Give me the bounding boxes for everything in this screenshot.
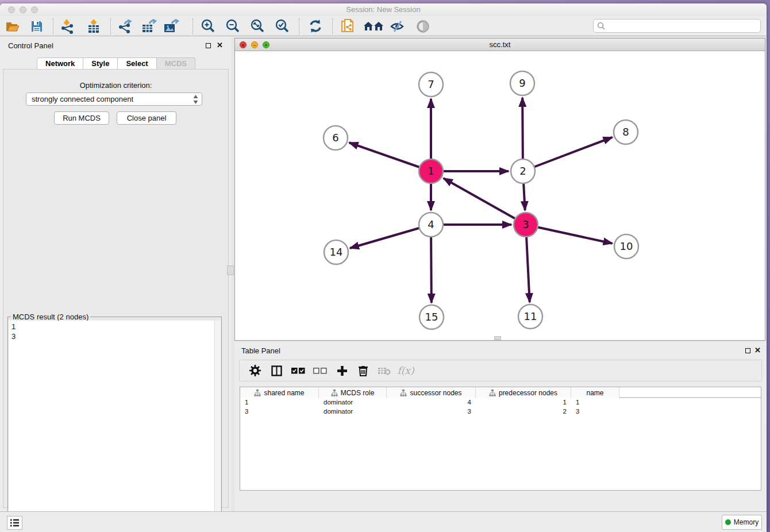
zoom-fit-button[interactable] [248,18,267,35]
graph-node-4[interactable]: 4 [419,213,443,237]
column-hierarchy-icon [400,390,407,396]
search-input[interactable] [607,20,757,32]
table-settings-button[interactable] [245,362,265,379]
graph-node-2[interactable]: 2 [511,159,535,183]
tab-mcds[interactable]: MCDS [156,57,195,70]
import-table-button[interactable] [84,18,103,35]
table-row[interactable]: 1dominator411 [240,398,761,407]
tab-network[interactable]: Network [37,57,83,70]
graph-node-1[interactable]: 1 [419,159,443,183]
hide-selected-button[interactable] [388,18,407,35]
table-cell: 3 [387,407,476,417]
run-mcds-button[interactable]: Run MCDS [54,111,109,125]
network-window-titlebar: × − + scc.txt [235,38,765,51]
node-label: 8 [622,126,629,138]
graph-node-10[interactable]: 10 [614,234,638,259]
optimization-select[interactable]: strongly connected component [26,92,202,106]
refresh-icon [308,19,323,34]
first-neighbors-button[interactable] [362,18,385,35]
memory-button[interactable]: Memory [722,515,762,530]
float-panel-icon[interactable] [206,43,211,48]
column-hierarchy-icon [331,390,338,396]
import-table-icon [87,19,101,34]
search-box [593,19,761,33]
horizontal-splitter-handle[interactable] [494,336,501,340]
table-row[interactable]: 3dominator323 [240,407,761,417]
deselect-all-button[interactable] [310,362,330,379]
close-table-panel-icon[interactable]: ✕ [754,348,761,353]
mcds-tab-content: Optimization criterion: strongly connect… [3,69,229,508]
column-header-name[interactable]: name [571,387,619,398]
node-label: 1 [428,165,434,177]
status-bar: Memory [0,511,767,532]
float-table-panel-icon[interactable] [745,348,750,353]
network-graph: 1234678910111415 [235,51,765,340]
delete-table-button[interactable] [375,362,394,379]
add-row-button[interactable] [332,362,352,379]
tab-style[interactable]: Style [83,57,118,70]
close-panel-icon[interactable]: ✕ [217,43,223,48]
select-all-button[interactable] [288,362,308,379]
eye-slash-icon [390,20,405,33]
vertical-splitter-handle[interactable] [227,265,234,275]
open-network-file-button[interactable] [338,18,357,35]
open-file-button[interactable] [3,18,22,35]
edge-2-8[interactable] [523,137,613,171]
toolbar-separator [110,18,111,34]
export-table-button[interactable] [140,18,159,35]
column-header-predecessor-nodes[interactable]: predecessor nodes [476,387,571,398]
graph-node-15[interactable]: 15 [419,305,444,329]
save-floppy-icon [30,20,43,33]
settings-gear-icon [249,365,261,376]
task-history-button[interactable] [7,516,22,530]
network-canvas[interactable]: 1234678910111415 [235,51,765,340]
zoom-out-button[interactable] [223,18,242,35]
edge-3-10[interactable] [526,225,613,244]
mcds-result-text[interactable]: 1 3 [9,321,221,532]
optimization-value: strongly connected component [32,95,133,103]
table-cell: 1 [571,398,619,407]
column-layout-icon [271,365,282,376]
show-all-button[interactable] [413,18,433,35]
zoom-in-button[interactable] [198,18,218,35]
table-cell: 2 [476,407,571,417]
zoom-out-icon [225,19,240,34]
column-header-successor-nodes[interactable]: successor nodes [387,387,476,398]
result-scrollbar[interactable] [214,321,221,532]
close-panel-button[interactable]: Close panel [117,111,176,125]
select-stepper-icon [193,95,198,104]
node-label: 7 [428,78,434,90]
table-cell: dominator [319,398,387,407]
zoom-selected-button[interactable] [272,18,292,35]
export-network-button[interactable] [116,18,135,35]
memory-status-dot [725,519,731,525]
export-image-icon [163,19,179,34]
graph-node-8[interactable]: 8 [614,120,638,144]
toolbar-separator [53,18,53,34]
import-network-button[interactable] [58,18,78,35]
tab-select[interactable]: Select [117,57,156,70]
column-layout-button[interactable] [267,362,286,379]
export-image-button[interactable] [161,18,181,35]
graph-node-6[interactable]: 6 [324,126,348,150]
toolbar-separator [299,18,299,34]
edge-1-6[interactable] [349,142,431,171]
deselect-all-checkboxes-icon [313,368,327,374]
node-label: 11 [524,310,537,322]
edge-3-1[interactable] [444,178,526,225]
column-hierarchy-icon [489,390,496,396]
graph-node-11[interactable]: 11 [518,304,542,329]
column-header-MCDS-role[interactable]: MCDS role [319,387,387,398]
graph-node-3[interactable]: 3 [514,213,538,237]
function-builder-button[interactable]: f(x) [396,362,415,379]
graph-node-9[interactable]: 9 [510,71,534,95]
save-session-button[interactable] [27,18,47,35]
table-cell: dominator [319,407,387,417]
delete-row-button[interactable] [353,362,373,379]
graph-node-14[interactable]: 14 [324,240,348,264]
title-bar: Session: New Session [0,3,767,16]
refresh-button[interactable] [306,18,325,35]
zoom-in-icon [201,19,215,34]
graph-node-7[interactable]: 7 [419,72,443,97]
column-header-shared-name[interactable]: shared name [240,387,319,398]
